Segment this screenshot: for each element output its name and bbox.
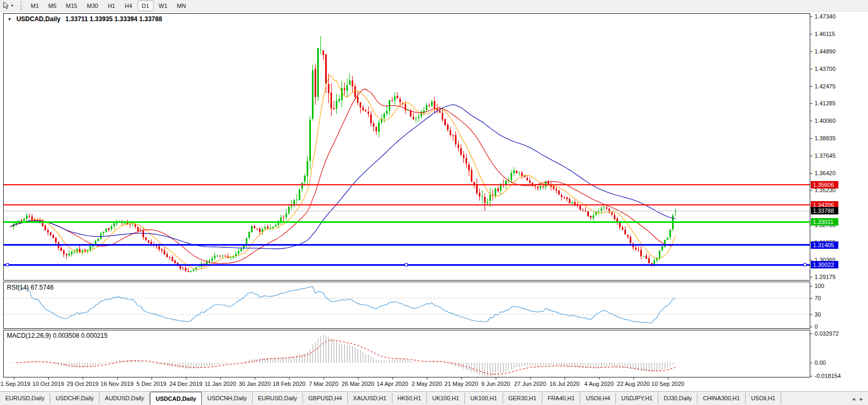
price-axis-tick <box>810 103 812 104</box>
time-axis-label: 5 Dec 2019 <box>137 381 166 387</box>
moving-average-slow[interactable] <box>11 105 676 249</box>
time-axis-tick <box>668 377 668 380</box>
timeframe-button-m1[interactable]: M1 <box>26 1 43 11</box>
chart-tab-usoil-h1[interactable]: USOil,H1 <box>746 393 781 404</box>
time-axis-label: 26 Mar 2020 <box>342 381 374 387</box>
time-axis-label: 22 Aug 2020 <box>617 381 650 387</box>
rsi-axis-label: 30 <box>815 311 821 318</box>
time-axis-label: 21 Sep 2019 <box>0 381 30 387</box>
timeframe-button-m30[interactable]: M30 <box>83 1 102 11</box>
time-axis-label: 4 Aug 2020 <box>584 381 614 387</box>
time-axis-tick <box>633 377 634 380</box>
chart-tab-dj30-daily[interactable]: DJ30,Daily <box>658 393 697 404</box>
rsi-axis-tick <box>810 327 812 327</box>
price-axis-tick <box>810 138 812 139</box>
macd-axis-tick <box>810 376 812 376</box>
timeframe-button-w1[interactable]: W1 <box>155 1 172 11</box>
cursor-tool-icon <box>2 2 10 10</box>
time-axis-tick <box>151 377 152 380</box>
moving-average-fast[interactable] <box>11 76 676 269</box>
time-axis-label: 10 Oct 2019 <box>32 381 64 387</box>
chart-tab-usoil-h4[interactable]: USOil,H4 <box>580 393 616 404</box>
timeframe-button-group: M1M5M15M30H1H4D1W1MN <box>26 1 191 11</box>
rsi-axis-tick <box>810 286 812 286</box>
time-axis-tick <box>117 377 118 380</box>
time-axis-tick <box>427 377 427 380</box>
time-axis-tick <box>358 377 359 380</box>
time-axis-label: 21 May 2020 <box>444 381 478 387</box>
chart-tab-hk50-h1[interactable]: HK50,H1 <box>392 393 427 404</box>
price-axis-tick <box>810 121 812 121</box>
tab-scroll-left-icon[interactable]: ◄ <box>851 397 856 402</box>
cursor-tool-button[interactable]: ▾ <box>0 1 15 10</box>
timeframe-button-h1[interactable]: H1 <box>103 1 119 11</box>
main-chart-panel[interactable]: ▼ USDCAD,Daily 1.33711 1.33935 1.33394 1… <box>3 13 810 281</box>
price-axis-label: 1.41285 <box>815 100 836 106</box>
line-drag-handle[interactable] <box>405 264 407 266</box>
time-axis-label: 10 Sep 2020 <box>651 381 684 387</box>
collapse-arrow-icon[interactable]: ▼ <box>7 17 12 22</box>
time-axis-label: 2 May 2020 <box>411 381 442 387</box>
time-axis-label: 7 Mar 2020 <box>309 381 338 387</box>
price-axis-label: 1.38835 <box>815 135 836 141</box>
timeframe-button-mn[interactable]: MN <box>173 1 190 11</box>
price-level-badge: 1.31405 <box>811 241 838 249</box>
macd-axis-tick <box>810 334 812 334</box>
timeframe-button-m5[interactable]: M5 <box>44 1 60 11</box>
line-drag-handle[interactable] <box>803 264 806 266</box>
time-axis-tick <box>186 377 186 380</box>
chart-tab-china300-h1[interactable]: CHINA300,H1 <box>697 393 746 404</box>
price-level-badge: 1.33788 <box>811 207 838 214</box>
time-axis-label: 27 Jun 2020 <box>514 381 547 387</box>
chart-tab-fra40-h1[interactable]: FRA40,H1 <box>542 393 580 404</box>
line-drag-handle[interactable] <box>6 264 8 266</box>
time-axis-tick <box>599 377 599 380</box>
chart-tab-uk100-h1[interactable]: UK100,H1 <box>465 393 503 404</box>
macd-axis-label: 0.00 <box>815 359 826 366</box>
macd-axis-label: -0.018154 <box>815 373 841 379</box>
chart-tab-usdchf-daily[interactable]: USDCHF,Daily <box>50 393 100 404</box>
chart-symbol-label: USDCAD,Daily <box>16 15 60 23</box>
time-axis-label: 30 Jan 2020 <box>239 381 271 387</box>
price-axis-label: 1.42475 <box>815 83 836 89</box>
chart-tab-usdjpy-h1[interactable]: USDJPY,H1 <box>616 393 658 404</box>
price-axis-label: 1.29175 <box>815 274 836 280</box>
chart-tab-usdcnh-daily[interactable]: USDCNH,Daily <box>202 393 253 404</box>
price-axis-tick <box>810 86 812 87</box>
chart-tab-usdcad-daily[interactable]: USDCAD,Daily <box>150 392 202 405</box>
time-axis-tick <box>530 377 531 380</box>
time-axis-label: 9 Jun 2020 <box>481 381 510 387</box>
price-axis-label: 1.46115 <box>815 31 835 37</box>
price-chart-canvas[interactable] <box>4 14 810 280</box>
timeframe-button-m15[interactable]: M15 <box>62 1 82 11</box>
chart-tab-ger30-h1[interactable]: GER30,H1 <box>503 393 542 404</box>
time-axis-tick <box>496 377 496 380</box>
chart-tab-xauusd-h1[interactable]: XAUUSD,H1 <box>348 393 392 404</box>
moving-average-medium[interactable] <box>11 89 676 264</box>
rsi-chart-canvas[interactable] <box>4 282 810 328</box>
rsi-indicator-label: RSI(14) 67.5746 <box>7 284 53 291</box>
chart-tab-gbpusd-h4[interactable]: GBPUSD,H4 <box>303 393 348 404</box>
time-axis-label: 16 Nov 2019 <box>101 381 133 387</box>
toolbar-grip <box>21 2 22 10</box>
time-axis-label: 29 Oct 2019 <box>67 381 99 387</box>
price-level-badge: 1.35606 <box>811 181 838 188</box>
chart-tab-eurusd-daily[interactable]: EURUSD,Daily <box>253 393 303 404</box>
timeframe-button-d1[interactable]: D1 <box>138 1 154 11</box>
timeframe-button-h4[interactable]: H4 <box>120 1 136 11</box>
macd-axis-tick <box>810 363 812 363</box>
macd-chart-canvas[interactable] <box>4 330 810 377</box>
rsi-panel[interactable]: RSI(14) 67.5746 <box>3 282 810 329</box>
price-axis-label: 1.37645 <box>815 152 836 159</box>
chart-tab-audusd-daily[interactable]: AUDUSD,Daily <box>100 393 150 404</box>
time-axis-tick <box>461 377 462 380</box>
chart-tab-uk100-h1[interactable]: UK100,H1 <box>427 393 465 404</box>
price-axis-tick <box>810 34 812 34</box>
price-axis-tick <box>810 260 812 260</box>
rsi-axis-label: 100 <box>815 283 824 289</box>
price-axis-label: 1.40060 <box>815 118 836 124</box>
tab-scroll-right-icon[interactable]: ► <box>859 397 864 402</box>
chart-tab-eurusd-daily[interactable]: EURUSD,Daily <box>0 393 50 404</box>
macd-panel[interactable]: MACD(12,26,9) 0.003508 0.000215 <box>3 330 810 377</box>
macd-histogram <box>11 335 676 376</box>
